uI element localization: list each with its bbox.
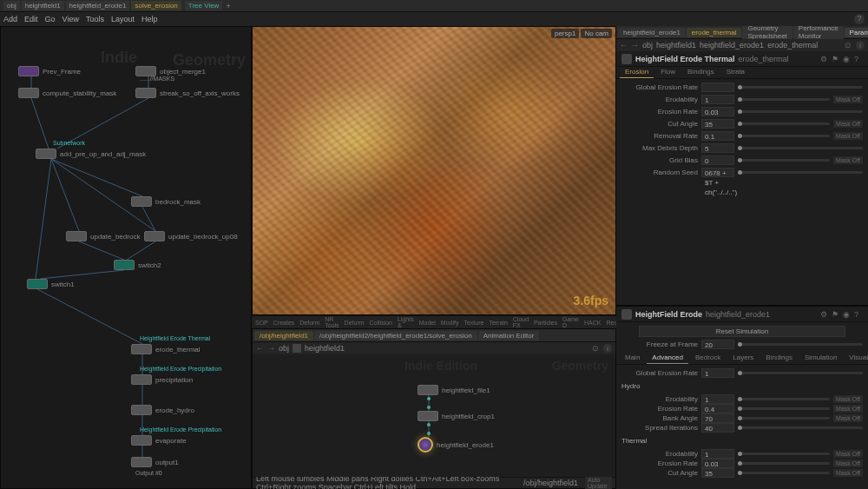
network-node[interactable]: update_bedrock_up08 <box>144 231 238 241</box>
tab-erode1[interactable]: heightfield_erode1 <box>618 28 686 37</box>
eye-icon[interactable]: ◉ <box>843 55 852 63</box>
mask-toggle[interactable]: Mask Off <box>833 469 863 477</box>
menu-help[interactable]: Help <box>141 15 158 23</box>
etab-advanced[interactable]: Advanced <box>647 353 688 364</box>
node-body[interactable] <box>18 88 39 98</box>
param-field[interactable]: 1 <box>701 394 734 404</box>
menu-layout[interactable]: Layout <box>111 15 135 23</box>
node-body[interactable] <box>36 149 56 159</box>
node-body[interactable] <box>135 88 156 98</box>
shelf-item[interactable]: Game D <box>562 316 579 328</box>
obj-path[interactable]: obj heightfield1 heightfield_erode1 solv… <box>3 1 181 10</box>
shelf-item[interactable]: Deform <box>345 320 365 326</box>
node-body[interactable] <box>131 196 152 207</box>
network-node[interactable]: compute_stability_mask <box>18 88 116 98</box>
etab-main[interactable]: Main <box>620 353 645 364</box>
shelf-item[interactable]: Lights & <box>398 316 414 328</box>
viewport-3d[interactable]: persp1 No cam 3.6fps <box>252 26 616 315</box>
network-node[interactable]: evaporate <box>131 435 187 446</box>
menu-tools[interactable]: Tools <box>86 15 104 23</box>
gear-icon[interactable]: ⚙ <box>820 55 829 63</box>
node-body[interactable] <box>131 435 152 446</box>
param-slider[interactable] <box>738 417 830 420</box>
shelf-item[interactable]: Collision <box>370 320 392 326</box>
node-body[interactable] <box>27 279 48 289</box>
ptab-bindings[interactable]: Bindings <box>682 67 720 78</box>
param-slider[interactable] <box>738 98 830 101</box>
shelf-item[interactable]: SOP <box>255 320 268 326</box>
param-field[interactable]: 0.4 <box>701 404 734 413</box>
help-icon[interactable]: ? <box>854 55 863 63</box>
mask-toggle[interactable]: Mask Off <box>833 450 863 458</box>
node-body[interactable] <box>18 66 39 76</box>
network-node[interactable]: add_pre_op_and_adj_mask <box>36 149 146 159</box>
node-body[interactable] <box>418 411 438 421</box>
tree-view-tab[interactable]: Tree View <box>185 1 223 10</box>
node-body[interactable] <box>131 344 152 354</box>
param-field[interactable]: 0.1 <box>701 131 734 141</box>
flag-icon[interactable]: ⚑ <box>832 310 840 319</box>
mask-toggle[interactable]: Mask Off <box>833 459 863 467</box>
etab-visualization[interactable]: Visualization <box>844 353 868 364</box>
network-node[interactable]: output1 <box>131 457 179 467</box>
shelf-item[interactable]: Cloud FX <box>513 316 529 328</box>
network-node[interactable]: erode_thermal <box>131 344 201 354</box>
info-icon[interactable]: i <box>856 41 865 50</box>
param-field[interactable]: 0.03 <box>701 107 734 116</box>
param-slider[interactable] <box>738 171 863 174</box>
mask-toggle[interactable]: Mask Off <box>833 156 863 164</box>
freeze-frame-field[interactable]: 20 <box>701 340 734 349</box>
viewport-nocam[interactable]: No cam <box>581 29 612 38</box>
param-slider[interactable] <box>738 122 830 125</box>
shelf-item[interactable]: Texture <box>464 320 483 326</box>
param-field[interactable]: 0 <box>701 155 734 165</box>
mask-toggle[interactable]: Mask Off <box>833 96 863 103</box>
param-slider[interactable] <box>738 135 830 137</box>
freeze-slider[interactable] <box>738 343 863 346</box>
param-field[interactable]: 0.03 <box>701 459 734 468</box>
netview-tab-1[interactable]: /obj/heightfield1 <box>254 331 313 340</box>
etab-bindings[interactable]: Bindings <box>760 353 798 364</box>
network-node[interactable]: update_bedrock <box>66 231 140 241</box>
menu-add[interactable]: Add <box>3 15 17 23</box>
shelf-item[interactable]: Creates <box>273 320 295 326</box>
ptab-flow[interactable]: Flow <box>655 67 681 78</box>
shelf-item[interactable]: NR Tools <box>325 316 339 328</box>
mask-toggle[interactable]: Mask Off <box>833 405 863 413</box>
shelf-item[interactable]: HACK <box>584 320 601 326</box>
param-field[interactable]: 1 <box>701 95 734 104</box>
param-slider[interactable] <box>738 426 863 429</box>
param-slider[interactable] <box>738 86 863 89</box>
network-node[interactable]: heightfield_erode1 <box>418 437 494 453</box>
node-body[interactable] <box>418 437 433 453</box>
shelf-item[interactable]: Particles <box>534 320 557 326</box>
reset-simulation-button[interactable]: Reset Simulation <box>639 326 845 337</box>
network-editor-left[interactable]: Indie Geometry Prev_Framecompute_stabili… <box>0 26 252 489</box>
network-editor-lower[interactable]: /obj/heightfield1 /obj/heightfield2/heig… <box>252 328 616 489</box>
network-node[interactable]: streak_so_off_axis_works <box>135 88 240 98</box>
shelf-item[interactable]: Terrain <box>489 320 507 326</box>
netview-tab-2[interactable]: /obj/heightfield2/heightfield_erode1/sol… <box>314 331 477 340</box>
menu-edit[interactable]: Edit <box>24 15 38 23</box>
network-node[interactable]: bedrock_mask <box>131 196 201 207</box>
viewport-camera[interactable]: persp1 <box>551 29 579 38</box>
node-body[interactable] <box>66 231 87 241</box>
param-slider[interactable] <box>738 462 830 465</box>
ptab-erosion[interactable]: Erosion <box>620 67 654 78</box>
param-slider[interactable] <box>738 398 830 400</box>
mask-toggle[interactable]: Mask Off <box>833 132 863 140</box>
etab-simulation[interactable]: Simulation <box>799 353 842 364</box>
gear-icon[interactable]: ⚙ <box>820 310 829 319</box>
ger-slider[interactable] <box>738 372 863 374</box>
node-body[interactable] <box>131 457 152 467</box>
lower-pathbar[interactable]: ←→ obj heightfield1 ⊙i <box>253 342 615 354</box>
right-pathbar[interactable]: ←→ obj heightfield1 heightfield_erode1 e… <box>616 39 868 51</box>
ger-field[interactable]: 1 <box>701 368 734 378</box>
network-node[interactable]: erode_hydro <box>131 405 194 415</box>
node-body[interactable] <box>131 405 152 415</box>
help-circle-icon[interactable]: ? <box>854 14 865 24</box>
node-body[interactable] <box>114 260 135 270</box>
param-field[interactable]: 0678 + $T + ch("../../..") <box>701 168 734 177</box>
tab-erode-thermal[interactable]: erode_thermal <box>687 28 742 37</box>
network-node[interactable]: heightfield_file1 <box>418 385 490 395</box>
